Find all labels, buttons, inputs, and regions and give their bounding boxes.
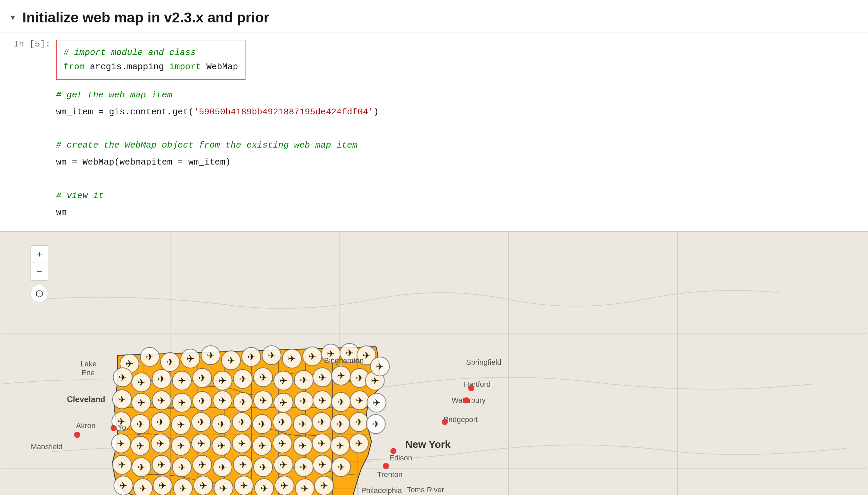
svg-text:✈: ✈ (336, 419, 344, 429)
svg-text:✈: ✈ (198, 460, 206, 470)
comment-view: # view it (56, 191, 103, 201)
svg-text:✈: ✈ (268, 350, 276, 361)
label-akron: Akron (76, 421, 95, 430)
svg-text:✈: ✈ (279, 376, 287, 386)
svg-text:✈: ✈ (279, 398, 287, 408)
svg-text:✈: ✈ (337, 397, 345, 408)
label-philadelphia: Philadelphia (361, 487, 402, 495)
label-cleveland: Cleveland (67, 395, 105, 404)
label-binghamton: Binghamton (324, 356, 364, 365)
svg-text:✈: ✈ (137, 377, 145, 388)
svg-text:✈: ✈ (177, 441, 185, 451)
svg-text:✈: ✈ (220, 483, 228, 494)
collapse-arrow[interactable]: ▼ (7, 12, 19, 24)
section-heading: ▼ Initialize web map in v2.3.x and prior (0, 0, 868, 33)
svg-text:✈: ✈ (158, 374, 165, 385)
svg-text:✈: ✈ (157, 417, 164, 427)
svg-text:✈: ✈ (355, 417, 363, 427)
svg-text:✈: ✈ (137, 398, 145, 408)
string-guid: '59050b4189bb4921887195de424fdf04' (194, 107, 374, 117)
code-line-comment: # import module and class (64, 46, 238, 60)
label-springfield: Springfield (466, 358, 501, 366)
code-line-2: wm_item = gis.content.get('59050b4189bb4… (56, 104, 868, 120)
wm-assign: wm = WebMap(webmapitem = wm_item) (56, 157, 231, 167)
svg-text:✈: ✈ (178, 398, 186, 408)
svg-text:✈: ✈ (139, 483, 147, 494)
svg-text:✈: ✈ (301, 483, 308, 494)
wm-item-assign: wm_item = gis.content.get( (56, 107, 194, 117)
svg-text:✈: ✈ (120, 481, 127, 491)
svg-text:✈: ✈ (238, 438, 246, 449)
svg-text:✈: ✈ (318, 417, 325, 427)
svg-text:✈: ✈ (158, 395, 165, 406)
red-dot-7 (383, 463, 389, 469)
comment-get-item: # get the web map item (56, 90, 172, 100)
svg-text:✈: ✈ (239, 397, 247, 408)
zoom-in-button[interactable]: + (31, 245, 48, 263)
svg-text:✈: ✈ (278, 417, 286, 427)
svg-text:✈: ✈ (278, 438, 286, 449)
svg-text:✈: ✈ (318, 460, 326, 470)
zoom-out-button[interactable]: − (31, 263, 48, 280)
cell-label: In [5]: (0, 33, 56, 49)
svg-text:✈: ✈ (197, 417, 205, 427)
svg-text:✈: ✈ (137, 462, 145, 473)
svg-text:✈: ✈ (356, 395, 364, 406)
keyword-import: import (169, 62, 201, 72)
red-dot-3 (390, 448, 396, 454)
svg-text:✈: ✈ (318, 395, 326, 406)
svg-text:✈: ✈ (280, 481, 288, 491)
svg-text:✈: ✈ (372, 419, 380, 429)
label-erie: Erie (82, 369, 94, 377)
svg-text:✈: ✈ (239, 374, 247, 385)
svg-text:✈: ✈ (373, 398, 380, 408)
svg-text:✈: ✈ (260, 462, 267, 473)
svg-text:✈: ✈ (376, 361, 384, 372)
svg-text:✈: ✈ (218, 419, 226, 429)
svg-text:✈: ✈ (288, 354, 296, 364)
svg-text:✈: ✈ (371, 376, 379, 386)
svg-text:✈: ✈ (136, 419, 144, 429)
svg-text:✈: ✈ (337, 371, 345, 381)
code-line-blank-1 (56, 120, 868, 137)
label-tomsriver: Toms River (407, 486, 444, 494)
svg-text:✈: ✈ (178, 376, 186, 386)
label-edison: Edison (389, 454, 412, 462)
svg-text:✈: ✈ (300, 396, 307, 407)
svg-text:✈: ✈ (179, 483, 187, 494)
svg-text:✈: ✈ (356, 373, 364, 383)
map-controls: + − ⬡ (31, 245, 48, 302)
svg-text:✈: ✈ (300, 462, 307, 473)
svg-text:✈: ✈ (300, 375, 307, 386)
svg-text:✈: ✈ (336, 441, 344, 451)
svg-text:✈: ✈ (118, 460, 126, 470)
red-dot-2 (110, 425, 117, 431)
label-mansfield: Mansfield (31, 442, 63, 451)
svg-text:✈: ✈ (240, 481, 248, 491)
compass-button[interactable]: ⬡ (31, 285, 48, 302)
svg-text:✈: ✈ (299, 441, 306, 451)
svg-text:✈: ✈ (199, 481, 207, 491)
code-line-from: from arcgis.mapping import WebMap (64, 60, 238, 74)
svg-text:✈: ✈ (227, 355, 235, 366)
svg-text:✈: ✈ (118, 394, 126, 405)
red-dot-5 (468, 385, 474, 391)
code-line-4: wm = WebMap(webmapitem = wm_item) (56, 154, 868, 171)
svg-text:✈: ✈ (178, 462, 186, 473)
svg-text:✈: ✈ (119, 372, 127, 383)
code-line-6: wm (56, 204, 868, 221)
svg-text:✈: ✈ (198, 396, 206, 407)
red-dot-1 (74, 432, 80, 438)
svg-text:✈: ✈ (260, 372, 267, 383)
svg-text:✈: ✈ (355, 438, 363, 449)
svg-text:✈: ✈ (218, 441, 226, 451)
svg-text:✈: ✈ (187, 354, 194, 364)
svg-text:✈: ✈ (219, 462, 227, 473)
svg-text:✈: ✈ (146, 352, 154, 362)
module-name: arcgis.mapping (90, 62, 169, 72)
red-dot-6 (463, 397, 470, 404)
svg-text:✈: ✈ (158, 460, 165, 470)
svg-text:✈: ✈ (337, 462, 345, 473)
svg-text:✈: ✈ (320, 481, 328, 491)
svg-text:✈: ✈ (260, 395, 267, 406)
